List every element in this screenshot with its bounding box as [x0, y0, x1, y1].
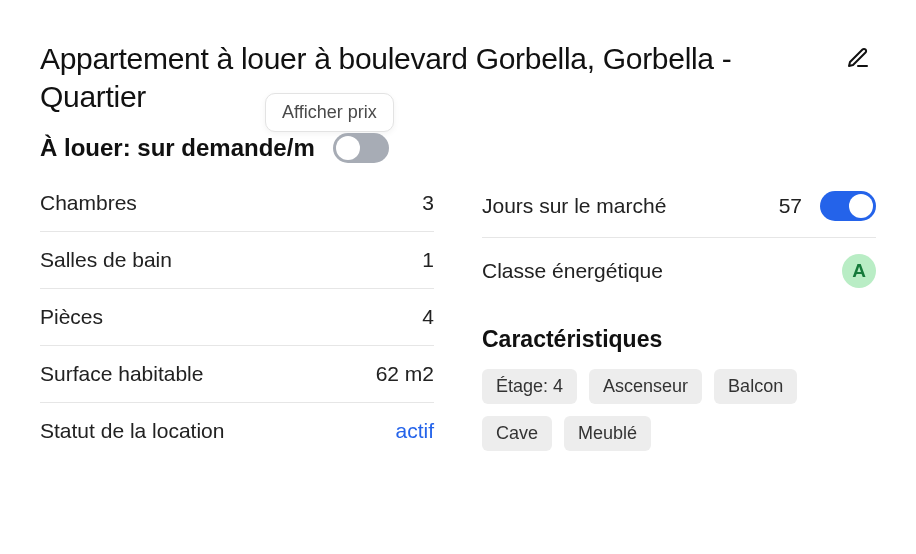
days-on-market-label: Jours sur le marché: [482, 194, 666, 218]
right-column: Jours sur le marché 57 Classe énergétiqu…: [482, 191, 876, 459]
features-heading: Caractéristiques: [482, 326, 876, 353]
feature-tag: Meublé: [564, 416, 651, 451]
energy-class-badge: A: [842, 254, 876, 288]
bedrooms-label: Chambres: [40, 191, 137, 215]
price-label: À louer: sur demande/m: [40, 134, 315, 162]
energy-class-label: Classe énergétique: [482, 259, 663, 283]
left-column: Chambres 3 Salles de bain 1 Pièces 4 Sur…: [40, 191, 434, 459]
features-tags: Étage: 4 Ascenseur Balcon Cave Meublé: [482, 369, 876, 451]
days-on-market-toggle[interactable]: [820, 191, 876, 221]
rooms-value: 4: [422, 305, 434, 329]
area-label: Surface habitable: [40, 362, 203, 386]
feature-tag: Ascenseur: [589, 369, 702, 404]
edit-button[interactable]: [840, 40, 876, 76]
feature-tag: Balcon: [714, 369, 797, 404]
feature-tag: Cave: [482, 416, 552, 451]
status-value[interactable]: actif: [395, 419, 434, 443]
pencil-icon: [846, 46, 870, 70]
page-title: Appartement à louer à boulevard Gorbella…: [40, 40, 820, 115]
status-label: Statut de la location: [40, 419, 224, 443]
bathrooms-label: Salles de bain: [40, 248, 172, 272]
area-value: 62 m2: [376, 362, 434, 386]
bedrooms-value: 3: [422, 191, 434, 215]
rooms-label: Pièces: [40, 305, 103, 329]
days-on-market-value: 57: [779, 194, 802, 218]
bathrooms-value: 1: [422, 248, 434, 272]
price-toggle[interactable]: [333, 133, 389, 163]
price-tooltip: Afficher prix: [265, 93, 394, 132]
feature-tag: Étage: 4: [482, 369, 577, 404]
